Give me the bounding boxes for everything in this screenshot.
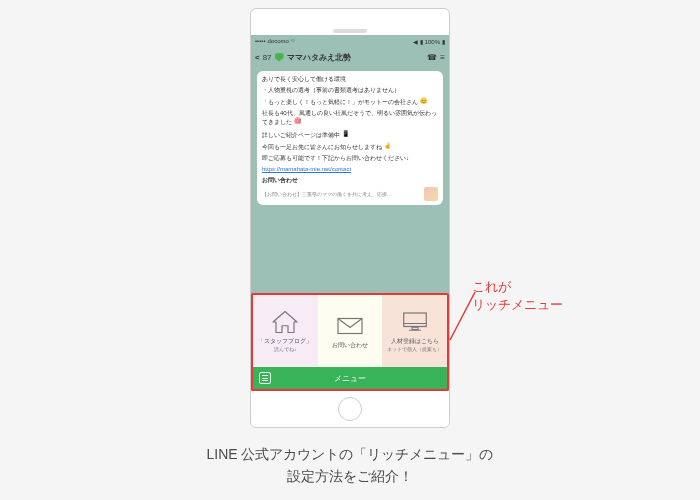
figure-caption: LINE 公式アカウントの「リッチメニュー」の 設定方法をご紹介！ — [0, 444, 700, 487]
tile-label: 人材登録はこちら — [391, 338, 439, 345]
phone-top-bezel — [251, 9, 449, 35]
menu-bar-icon — [259, 372, 271, 384]
status-bar: ••••• docomo ⌔ ◀ ▮ 100% ▮ — [251, 35, 449, 47]
wifi-icon: ⌔ — [291, 38, 295, 44]
svg-rect-1 — [403, 313, 426, 327]
tile-label: 「スタッフブログ」 — [258, 338, 312, 345]
contact-link[interactable]: https://mamahata-mie.net/contact — [262, 166, 351, 172]
bubble-line6: 今回も一足お先に皆さんにお知らせしますね — [262, 144, 382, 150]
status-right: ◀ ▮ 100% ▮ — [413, 38, 445, 45]
bubble-line2: ・人物重視の選考（事前の書類選考はありません） — [262, 87, 400, 93]
rich-tile-contact[interactable]: お問い合わせ — [318, 295, 383, 367]
nav-menu-icon[interactable]: ≡ — [440, 53, 445, 62]
preview-thumb — [424, 187, 438, 201]
contact-heading: お問い合わせ — [262, 177, 298, 183]
annotation-line2: リッチメニュー — [472, 297, 563, 312]
tile-sub: 読んでね♪ — [274, 348, 296, 353]
battery-icon: ▮ — [442, 38, 445, 45]
monitor-icon — [400, 309, 430, 335]
phone-screen: ••••• docomo ⌔ ◀ ▮ 100% ▮ < 87 ママハタみえ北勢 … — [251, 35, 449, 391]
bubble-line7: 即ご応募も可能です！下記からお問い合わせください↓ — [262, 155, 409, 161]
annotation-line1: これが — [472, 279, 511, 294]
annotation-text: これが リッチメニュー — [472, 278, 563, 314]
chat-area[interactable]: ありで長く安心して働ける環境 ・人物重視の選考（事前の書類選考はありません） 「… — [251, 67, 449, 293]
home-icon — [270, 309, 300, 335]
annotation-pointer — [450, 320, 480, 321]
bubble-line5: 詳しいご紹介ページは準備中 — [262, 132, 340, 138]
rich-menu-bar[interactable]: メニュー — [253, 367, 447, 389]
status-left: ••••• docomo ⌔ — [255, 38, 295, 44]
rich-menu: 「スタッフブログ」 読んでね♪ お問い合わせ — [253, 295, 447, 367]
verified-shield-icon — [275, 53, 284, 62]
nav-phone-icon[interactable]: ☎ — [427, 53, 437, 62]
tile-sub: ネットで個人（提案も） — [387, 348, 442, 353]
bubble-line3: 「もっと楽しく！もっと気軽に！」がモットーの会社さん — [262, 99, 418, 105]
point-icon: 🤞 — [384, 142, 391, 150]
smiley-icon: 😊 — [420, 97, 427, 105]
chat-bubble: ありで長く安心して働ける環境 ・人物重視の選考（事前の書類選考はありません） 「… — [257, 71, 443, 205]
carrier-label: docomo — [268, 38, 289, 44]
phone-speaker — [333, 29, 367, 33]
bubble-line1: ありで長く安心して働ける環境 — [262, 76, 346, 82]
svg-rect-3 — [412, 327, 418, 329]
bubble-line4: 社長も40代、風通しの良い社風だそうで、明るい雰囲気が伝わってきました — [262, 110, 437, 125]
phone-frame: ••••• docomo ⌔ ◀ ▮ 100% ▮ < 87 ママハタみえ北勢 … — [250, 8, 450, 428]
menu-bar-label: メニュー — [334, 373, 366, 384]
rich-tile-blog[interactable]: 「スタッフブログ」 読んでね♪ — [253, 295, 318, 367]
nav-bar: < 87 ママハタみえ北勢 ☎ ≡ — [251, 47, 449, 67]
mobile-icon: 📱 — [342, 130, 349, 138]
caption-line2: 設定方法をご紹介！ — [287, 468, 413, 484]
rich-tile-register[interactable]: 人材登録はこちら ネットで個人（提案も） — [382, 295, 447, 367]
status-right-text: ◀ ▮ 100% — [413, 38, 440, 45]
tile-label: お問い合わせ — [332, 342, 368, 349]
caption-line1: LINE 公式アカウントの「リッチメニュー」の — [206, 446, 493, 462]
envelope-icon — [335, 313, 365, 339]
home-button[interactable] — [338, 397, 362, 421]
phone-bottom-bezel — [251, 391, 449, 427]
signal-dots-icon: ••••• — [255, 38, 266, 44]
link-preview[interactable]: 【お問い合わせ】三重県のママの働くを共に考え、応援… — [262, 187, 438, 201]
back-count[interactable]: 87 — [263, 53, 272, 62]
badge-icon: 🎯 — [294, 117, 301, 125]
preview-text: 【お問い合わせ】三重県のママの働くを共に考え、応援… — [262, 191, 392, 197]
rich-menu-highlight: 「スタッフブログ」 読んでね♪ お問い合わせ — [251, 293, 449, 391]
chat-title[interactable]: ママハタみえ北勢 — [287, 52, 351, 63]
back-button[interactable]: < — [255, 53, 260, 62]
